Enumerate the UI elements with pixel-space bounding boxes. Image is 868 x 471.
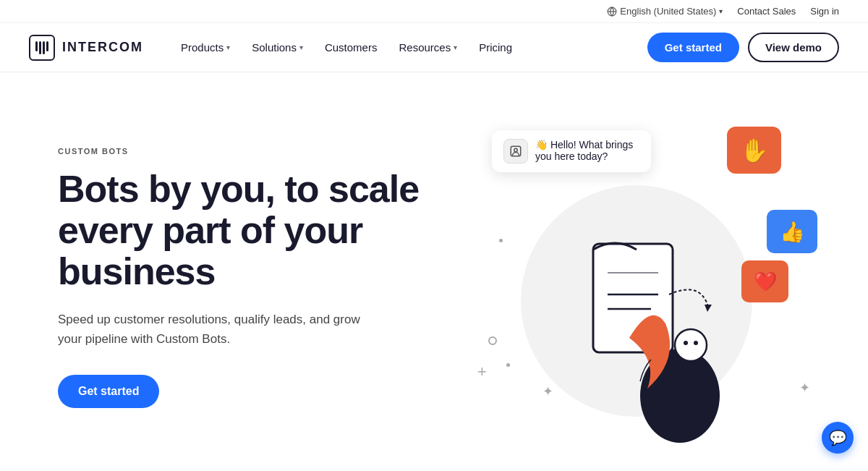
language-label: English (United States) — [620, 6, 716, 17]
chat-icon: 💬 — [829, 429, 847, 446]
deco-circle-1 — [488, 336, 497, 345]
sign-in-link[interactable]: Sign in — [810, 6, 839, 17]
logo-icon — [29, 35, 55, 61]
language-selector[interactable]: English (United States) ▾ — [607, 6, 723, 17]
reaction-thumbs-bubble: 👍 — [767, 210, 817, 253]
nav-resources[interactable]: Resources ▾ — [390, 35, 466, 59]
reaction-heart-bubble: ❤️ — [741, 260, 788, 302]
hero-content: CUSTOM BOTS Bots by you, to scale every … — [58, 147, 434, 409]
hero-get-started-button[interactable]: Get started — [58, 375, 159, 408]
chevron-icon: ▾ — [226, 43, 230, 51]
top-bar: English (United States) ▾ Contact Sales … — [0, 0, 868, 23]
svg-point-7 — [514, 148, 518, 152]
hero-title: Bots by you, to scale every part of your… — [58, 169, 434, 293]
chat-avatar — [503, 139, 528, 164]
navbar: INTERCOM Products ▾ Solutions ▾ Customer… — [0, 23, 868, 72]
svg-marker-13 — [705, 305, 712, 312]
nav-products[interactable]: Products ▾ — [172, 35, 239, 59]
hero-badge: CUSTOM BOTS — [58, 147, 434, 156]
svg-rect-3 — [39, 41, 41, 54]
nav-pricing[interactable]: Pricing — [470, 35, 521, 59]
nav-get-started-button[interactable]: Get started — [647, 33, 739, 62]
svg-rect-5 — [46, 41, 48, 51]
deco-dot-2 — [499, 239, 503, 242]
svg-rect-2 — [35, 41, 38, 51]
avatar-icon — [509, 145, 522, 158]
nav-actions: Get started View demo — [647, 33, 839, 62]
chevron-down-icon: ▾ — [719, 7, 723, 15]
chat-bubble: 👋 Hello! What brings you here today? — [492, 130, 651, 172]
globe-icon — [607, 7, 617, 17]
svg-point-15 — [684, 341, 688, 345]
chat-text: 👋 Hello! What brings you here today? — [535, 139, 639, 162]
svg-point-16 — [694, 341, 698, 345]
deco-star-2: ✦ — [799, 380, 810, 396]
hero-section: CUSTOM BOTS Bots by you, to scale every … — [0, 72, 868, 468]
svg-rect-4 — [43, 41, 45, 54]
deco-dot-1 — [506, 363, 510, 367]
bottom-chat-button[interactable]: 💬 — [822, 422, 854, 454]
intercom-logo-svg — [34, 40, 50, 56]
svg-point-14 — [675, 329, 707, 361]
logo-text: INTERCOM — [62, 40, 143, 55]
reaction-hand-bubble: ✋ — [727, 127, 781, 174]
hero-subtitle: Speed up customer resolutions, qualify l… — [58, 310, 362, 349]
chevron-icon: ▾ — [454, 43, 457, 51]
nav-links: Products ▾ Solutions ▾ Customers Resourc… — [172, 35, 647, 59]
logo[interactable]: INTERCOM — [29, 35, 143, 61]
deco-plus-2: + — [477, 362, 487, 381]
nav-solutions[interactable]: Solutions ▾ — [243, 35, 312, 59]
hero-illustration: + + ✦ ✦ 👋 Hello! What brings you here to… — [434, 116, 839, 439]
nav-view-demo-button[interactable]: View demo — [748, 33, 839, 62]
main-illustration — [535, 200, 738, 446]
chevron-icon: ▾ — [299, 43, 303, 51]
nav-customers[interactable]: Customers — [316, 35, 386, 59]
contact-sales-link[interactable]: Contact Sales — [737, 6, 796, 17]
